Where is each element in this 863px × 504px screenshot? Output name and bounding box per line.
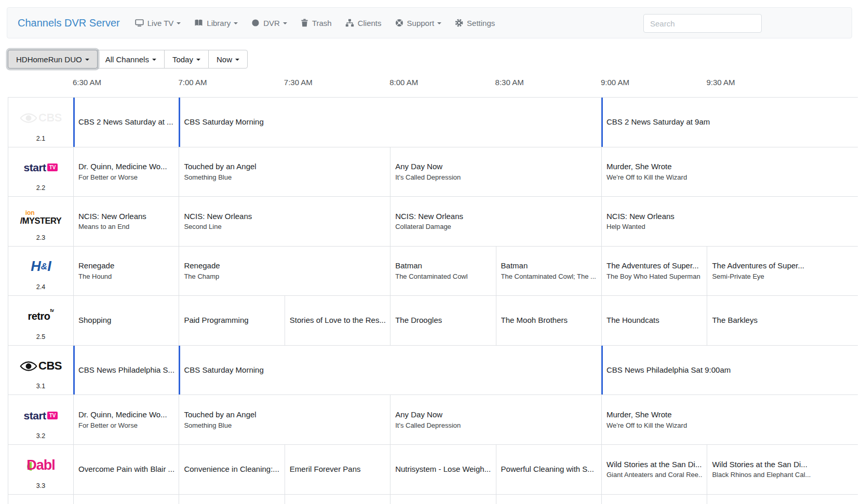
filter-all-channels[interactable]: All Channels [97, 50, 165, 69]
program-cell[interactable]: CBS News Philadelphia Sat 9:00am [601, 346, 858, 395]
search-input[interactable] [643, 14, 762, 33]
program-title: Paid Programming [184, 316, 280, 325]
nav-item-live-tv[interactable]: Live TV [128, 19, 188, 28]
program-cell[interactable]: NCIS: New OrleansCollateral Damage [390, 197, 601, 246]
nav-item-dvr[interactable]: DVR [245, 19, 294, 28]
program-cell[interactable]: The Adventures of Super...The Boy Who Ha… [601, 247, 707, 296]
program-cell[interactable]: Paid Programming [179, 296, 284, 345]
filter-now[interactable]: Now [208, 50, 248, 69]
program-cell[interactable]: Wild Stories at the San Di...Giant Antea… [601, 445, 707, 494]
program-cell[interactable] [707, 495, 858, 504]
channel-number: 2.3 [8, 234, 73, 241]
program-cell[interactable]: Any Day NowIt's Called Depression [390, 147, 601, 197]
time-label: 9:30 AM [706, 78, 735, 87]
time-label: 7:00 AM [178, 78, 207, 87]
program-cell[interactable]: Murder, She WroteWe're Off to Kill the W… [601, 395, 858, 444]
program-cell[interactable]: Powerful Cleaning with S... [496, 445, 601, 494]
channel-cell-2.4[interactable]: H&I2.4 [8, 247, 73, 296]
navbar: Channels DVR Server Live TVLibraryDVRTra… [7, 7, 852, 38]
channel-number: 2.1 [8, 135, 73, 142]
program-cell[interactable]: BatmanThe Contaminated Cowl [390, 247, 495, 296]
program-title: Wild Stories at the San Di... [606, 460, 703, 470]
app-title[interactable]: Channels DVR Server [18, 17, 120, 29]
channel-cell-partial[interactable] [8, 495, 73, 504]
nav-item-label: Support [407, 19, 435, 28]
channel-cell-3.2[interactable]: startTV3.2 [8, 395, 73, 444]
nav-item-library[interactable]: Library [187, 19, 245, 28]
program-cell[interactable]: Convenience in Cleaning:... [179, 445, 284, 494]
heroes-and-icons-logo: H&I [31, 258, 50, 275]
channel-cell-2.2[interactable]: startTV2.2 [8, 147, 73, 197]
program-cell[interactable] [496, 495, 601, 504]
program-cell[interactable]: Touched by an AngelSomething Blue [179, 147, 390, 197]
program-cell[interactable]: NCIS: New OrleansHelp Wanted [601, 197, 858, 246]
program-cell[interactable]: Any Day NowIt's Called Depression [390, 395, 601, 444]
program-cell[interactable]: The Adventures of Super...Semi-Private E… [707, 247, 858, 296]
chevron-down-icon [437, 22, 441, 24]
guide-row: H&I2.4RenegadeThe HoundRenegadeThe Champ… [8, 247, 858, 296]
program-cell[interactable] [285, 495, 390, 504]
program-title: Convenience in Cleaning:... [184, 465, 280, 474]
program-title: Powerful Cleaning with S... [501, 465, 597, 474]
program-cell[interactable]: CBS News Philadelphia S... [73, 346, 179, 395]
program-cell[interactable]: The Houndcats [601, 296, 707, 345]
program-cell[interactable]: CBS Saturday Morning [179, 98, 601, 147]
program-cell[interactable] [73, 495, 179, 504]
chevron-down-icon [85, 59, 89, 61]
guide-grid: CBS2.1CBS 2 News Saturday at ...CBS Satu… [8, 97, 858, 504]
program-cell[interactable]: The Droogles [390, 296, 495, 345]
time-label: 7:30 AM [284, 78, 313, 87]
filter-today[interactable]: Today [164, 50, 209, 69]
nav-item-label: Clients [358, 19, 382, 28]
program-subtitle: Something Blue [184, 173, 386, 182]
program-subtitle: Giant Anteaters and Coral Ree... [606, 471, 703, 479]
filter-label: All Channels [105, 55, 149, 64]
program-cell[interactable]: NCIS: New OrleansMeans to an End [73, 197, 179, 246]
dvr-icon [251, 19, 260, 27]
chevron-down-icon [234, 22, 238, 24]
program-cell[interactable]: Stories of Love to the Res... [285, 296, 390, 345]
program-cell[interactable]: CBS 2 News Saturday at ... [73, 98, 179, 147]
channel-number: 3.3 [8, 482, 73, 489]
program-title: Wild Stories at the San Di... [712, 460, 854, 470]
program-subtitle: The Champ [184, 273, 386, 281]
nav-item-support[interactable]: Support [388, 19, 449, 28]
program-cell[interactable]: RenegadeThe Hound [73, 247, 179, 296]
guide-row: CBS3.1CBS News Philadelphia S...CBS Satu… [8, 346, 858, 396]
program-title: The Houndcats [606, 316, 703, 325]
program-subtitle: Black Rhinos and Elephant Cal... [712, 471, 854, 479]
program-cell[interactable] [179, 495, 284, 504]
nav-item-clients[interactable]: Clients [339, 19, 388, 28]
program-cell[interactable]: The Barkleys [707, 296, 858, 345]
channel-cell-2.3[interactable]: ion/MYSTERY2.3 [8, 197, 73, 246]
guide-row: ion/MYSTERY2.3NCIS: New OrleansMeans to … [8, 197, 858, 247]
program-subtitle: The Boy Who Hated Superman [606, 273, 703, 281]
program-cell[interactable]: Dr. Quinn, Medicine Wo...For Better or W… [73, 395, 179, 444]
program-cell[interactable]: Emeril Forever Pans [285, 445, 390, 494]
channel-cell-2.1[interactable]: CBS2.1 [8, 98, 73, 147]
nav-item-trash[interactable]: Trash [294, 19, 339, 28]
filter-label: Today [172, 55, 193, 64]
program-title: Murder, She Wrote [606, 162, 854, 172]
program-cell[interactable]: Touched by an AngelSomething Blue [179, 395, 390, 444]
program-cell[interactable]: CBS Saturday Morning [179, 346, 601, 395]
nav-item-settings[interactable]: Settings [448, 19, 502, 28]
program-cell[interactable] [390, 495, 495, 504]
program-cell[interactable]: Overcome Pain with Blair ... [73, 445, 179, 494]
program-cell[interactable]: BatmanThe Contaminated Cowl; The ... [496, 247, 601, 296]
program-cell[interactable]: Nutrisystem - Lose Weigh... [390, 445, 495, 494]
program-cell[interactable]: Murder, She WroteWe're Off to Kill the W… [601, 147, 858, 197]
program-title: Touched by an Angel [184, 162, 386, 172]
program-cell[interactable]: Wild Stories at the San Di...Black Rhino… [707, 445, 858, 494]
channel-cell-2.5[interactable]: retrotv2.5 [8, 296, 73, 345]
program-cell[interactable]: The Mooh Brothers [496, 296, 601, 345]
program-cell[interactable]: RenegadeThe Champ [179, 247, 390, 296]
channel-cell-3.1[interactable]: CBS3.1 [8, 346, 73, 395]
program-cell[interactable] [601, 495, 707, 504]
program-cell[interactable]: CBS 2 News Saturday at 9am [601, 98, 858, 147]
program-cell[interactable]: Dr. Quinn, Medicine Wo...For Better or W… [73, 147, 179, 197]
channel-cell-3.3[interactable]: Dabl3.3 [8, 445, 73, 494]
program-cell[interactable]: Shopping [73, 296, 179, 345]
program-cell[interactable]: NCIS: New OrleansSecond Line [179, 197, 390, 246]
filter-hdhomerun-duo[interactable]: HDHomeRun DUO [8, 50, 98, 69]
